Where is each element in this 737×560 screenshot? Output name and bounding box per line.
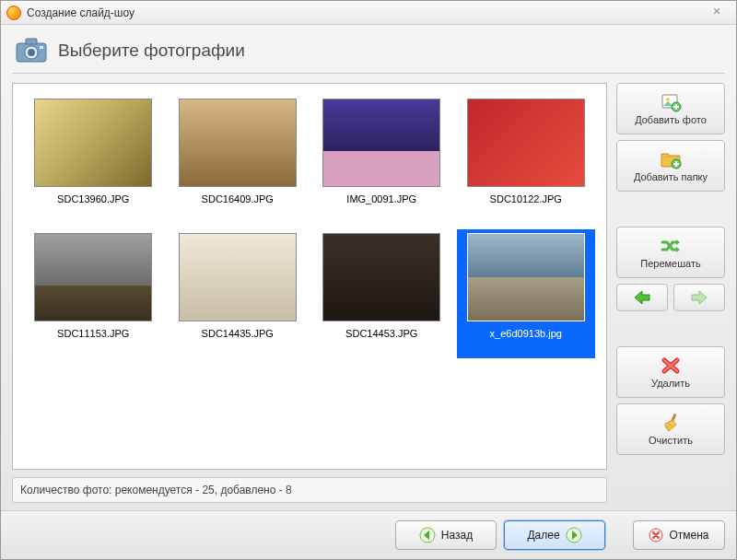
thumb-filename: SDC16409.JPG [198,192,277,205]
app-icon [6,6,21,20]
arrow-right-icon [689,289,709,306]
button-label: Добавить фото [635,114,707,125]
thumb-image [179,99,297,187]
thumb-image [34,233,152,321]
thumb-filename: SDC11153.JPG [53,327,133,340]
photo-thumb[interactable]: SDC14453.JPG [312,229,451,358]
wizard-window: Создание слайд-шоу × Выберите фотографии… [0,0,737,560]
add-photo-icon [660,92,682,112]
svg-point-6 [666,98,670,101]
arrow-right-circle-icon [566,527,582,543]
window-title: Создание слайд-шоу [27,6,135,19]
status-text: Количество фото: рекомендуется - 25, доб… [12,477,607,503]
thumb-image [322,99,440,187]
thumb-image [179,233,297,321]
move-left-button[interactable] [616,284,668,311]
button-label: Удалить [651,378,690,389]
thumb-filename: SDC14453.JPG [342,327,421,340]
button-label: Отмена [669,529,708,542]
svg-rect-1 [26,39,37,44]
photo-gallery[interactable]: SDC13960.JPG SDC16409.JPG IMG_0091.JPG S… [12,83,607,470]
cancel-icon [649,528,663,542]
main-layout: SDC13960.JPG SDC16409.JPG IMG_0091.JPG S… [12,74,725,503]
photo-thumb[interactable]: SDC14435.JPG [169,229,308,358]
delete-icon [660,356,682,376]
button-label: Добавить папку [634,171,708,182]
sidebar: Добавить фото Добавить папку [616,83,725,503]
page-title: Выберите фотографии [58,41,245,61]
photo-thumb[interactable]: SDC11153.JPG [24,229,163,358]
delete-button[interactable]: Удалить [616,346,725,398]
clear-button[interactable]: Очистить [616,403,725,455]
move-right-button[interactable] [673,284,725,311]
thumb-image [467,99,585,187]
wizard-footer: Назад Далее Отмена [1,510,736,559]
photo-thumb[interactable]: SDC13960.JPG [24,95,163,224]
camera-icon [16,38,47,64]
button-label: Перемешать [640,258,700,269]
page-header: Выберите фотографии [12,34,725,74]
thumb-image [322,233,440,321]
thumb-image [467,233,585,321]
button-label: Очистить [649,435,693,446]
next-button[interactable]: Далее [504,520,605,550]
left-column: SDC13960.JPG SDC16409.JPG IMG_0091.JPG S… [12,83,607,503]
thumb-filename: SDC10122.JPG [486,192,566,205]
arrow-left-icon [632,289,652,306]
thumb-filename: SDC14435.JPG [198,327,277,340]
content-area: Выберите фотографии SDC13960.JPG SDC1640… [1,25,736,510]
thumb-image [34,99,152,187]
shuffle-button[interactable]: Перемешать [616,227,725,278]
thumb-filename: x_e6d0913b.jpg [486,327,566,340]
photo-thumb[interactable]: x_e6d0913b.jpg [457,229,596,358]
svg-rect-4 [40,46,43,49]
photo-thumb[interactable]: SDC10122.JPG [457,95,596,224]
photo-thumb[interactable]: SDC16409.JPG [169,95,308,224]
svg-point-3 [28,49,35,56]
broom-icon [660,413,682,433]
shuffle-icon [660,236,682,256]
button-label: Далее [527,529,559,542]
folder-icon [660,149,682,169]
reorder-row [616,284,725,311]
cancel-button[interactable]: Отмена [633,520,725,550]
close-button[interactable]: × [705,4,729,18]
button-label: Назад [441,529,473,542]
photo-thumb[interactable]: IMG_0091.JPG [312,95,451,224]
thumb-filename: SDC13960.JPG [53,192,133,205]
add-photo-button[interactable]: Добавить фото [616,83,725,134]
arrow-left-circle-icon [419,527,436,543]
thumb-filename: IMG_0091.JPG [343,192,420,205]
titlebar: Создание слайд-шоу × [1,1,736,25]
add-folder-button[interactable]: Добавить папку [616,140,725,192]
back-button[interactable]: Назад [395,520,497,550]
